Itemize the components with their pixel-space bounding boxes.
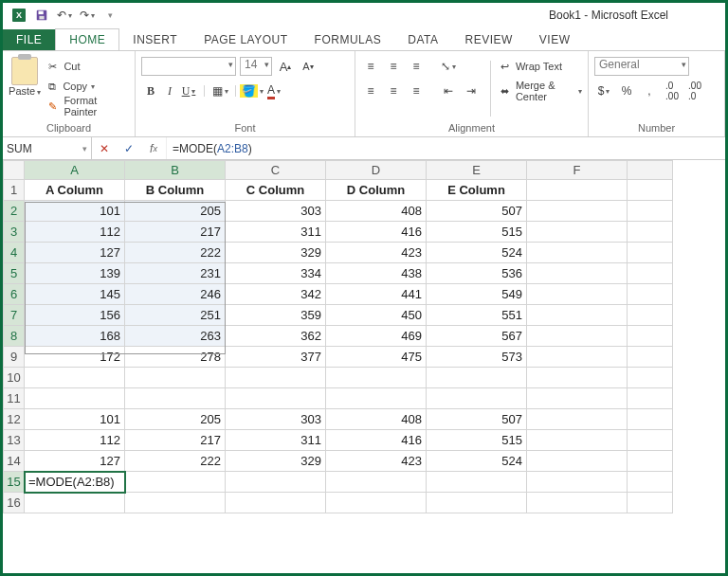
rowhead[interactable]: 16 <box>4 493 25 513</box>
cell[interactable]: 112 <box>25 430 125 451</box>
format-painter-button[interactable]: ✎ Format Painter <box>48 97 129 116</box>
cell[interactable] <box>527 180 628 201</box>
cancel-icon[interactable]: ✕ <box>92 142 117 155</box>
cell[interactable] <box>125 493 226 513</box>
number-format-combo[interactable]: General <box>594 57 689 76</box>
cell[interactable] <box>527 388 628 409</box>
rowhead[interactable]: 1 <box>4 180 25 201</box>
merge-center-button[interactable]: ⬌ Merge & Center <box>500 81 582 100</box>
cell[interactable]: 342 <box>226 284 326 305</box>
cell[interactable] <box>527 305 628 326</box>
orientation-icon[interactable]: ⤡ <box>439 57 458 76</box>
cell[interactable]: 507 <box>427 201 527 222</box>
cell[interactable]: 156 <box>25 305 125 326</box>
cell[interactable]: 362 <box>226 326 326 347</box>
bold-button[interactable]: B <box>141 81 160 100</box>
cell[interactable] <box>527 472 628 493</box>
cell[interactable]: 573 <box>427 347 527 368</box>
cell[interactable]: 515 <box>427 430 527 451</box>
align-middle-icon[interactable]: ≡ <box>384 57 403 76</box>
select-all-corner[interactable] <box>4 161 25 180</box>
border-icon[interactable]: ▦ <box>210 81 229 100</box>
cell[interactable]: 515 <box>427 222 527 243</box>
rowhead[interactable]: 8 <box>4 326 25 347</box>
cell[interactable]: E Column <box>427 180 527 201</box>
fx-icon[interactable]: fx <box>141 142 166 155</box>
cell[interactable] <box>628 284 673 305</box>
cell[interactable]: 217 <box>125 222 226 243</box>
copy-button[interactable]: ⧉ Copy <box>48 77 129 96</box>
cell[interactable] <box>628 388 673 409</box>
colhead-G[interactable] <box>628 161 673 180</box>
cell[interactable]: 172 <box>25 347 125 368</box>
cell[interactable]: 222 <box>125 243 226 263</box>
cell[interactable] <box>125 368 226 388</box>
grid-area[interactable]: A B C D E F 1A ColumnB ColumnC ColumnD C… <box>3 160 725 573</box>
cell[interactable] <box>25 493 125 513</box>
cell[interactable] <box>628 201 673 222</box>
cell[interactable] <box>25 388 125 409</box>
cell[interactable]: 441 <box>326 284 427 305</box>
font-color-icon[interactable]: A <box>264 81 283 100</box>
cell[interactable]: 549 <box>427 284 527 305</box>
rowhead[interactable]: 14 <box>4 451 25 472</box>
cell[interactable] <box>527 451 628 472</box>
cell[interactable]: 567 <box>427 326 527 347</box>
rowhead[interactable]: 3 <box>4 222 25 243</box>
wrap-text-button[interactable]: ↩ Wrap Text <box>500 57 582 76</box>
cell[interactable]: 524 <box>427 451 527 472</box>
rowhead[interactable]: 11 <box>4 388 25 409</box>
cell[interactable]: 423 <box>326 243 427 263</box>
cell[interactable] <box>527 243 628 263</box>
rowhead[interactable]: 6 <box>4 284 25 305</box>
rowhead[interactable]: 4 <box>4 243 25 263</box>
cell[interactable] <box>326 493 427 513</box>
rowhead[interactable]: 2 <box>4 201 25 222</box>
tab-data[interactable]: DATA <box>394 29 451 50</box>
cell[interactable] <box>527 430 628 451</box>
percent-icon[interactable]: % <box>617 81 636 100</box>
colhead-E[interactable]: E <box>427 161 527 180</box>
cell[interactable]: 222 <box>125 451 226 472</box>
cell[interactable]: 303 <box>226 409 326 430</box>
cell[interactable]: =MODE(A2:B8) <box>25 472 125 493</box>
cell[interactable] <box>628 222 673 243</box>
cell[interactable] <box>527 347 628 368</box>
increase-font-icon[interactable]: A▴ <box>276 57 295 76</box>
cell[interactable] <box>226 388 326 409</box>
undo-icon[interactable]: ↶ <box>54 5 75 26</box>
rowhead[interactable]: 15 <box>4 472 25 493</box>
increase-indent-icon[interactable]: ⇥ <box>462 81 481 100</box>
cell[interactable]: 438 <box>326 263 427 284</box>
cell[interactable]: 112 <box>25 222 125 243</box>
cell[interactable]: 263 <box>125 326 226 347</box>
italic-button[interactable]: I <box>160 81 179 100</box>
cell[interactable]: 311 <box>226 222 326 243</box>
cell[interactable] <box>628 326 673 347</box>
cell[interactable]: 127 <box>25 451 125 472</box>
cell[interactable]: 311 <box>226 430 326 451</box>
rowhead[interactable]: 9 <box>4 347 25 368</box>
cell[interactable]: 205 <box>125 201 226 222</box>
cell[interactable]: 217 <box>125 430 226 451</box>
font-name-combo[interactable] <box>141 57 236 76</box>
cell[interactable] <box>628 472 673 493</box>
cell[interactable] <box>326 472 427 493</box>
colhead-F[interactable]: F <box>527 161 628 180</box>
cell[interactable]: 231 <box>125 263 226 284</box>
cell[interactable]: 278 <box>125 347 226 368</box>
cell[interactable] <box>226 472 326 493</box>
cell[interactable] <box>326 388 427 409</box>
underline-button[interactable]: U <box>179 81 198 100</box>
cell[interactable]: A Column <box>25 180 125 201</box>
colhead-D[interactable]: D <box>326 161 427 180</box>
enter-icon[interactable]: ✓ <box>117 142 141 155</box>
tab-formulas[interactable]: FORMULAS <box>301 29 395 50</box>
cell[interactable] <box>427 472 527 493</box>
cell[interactable] <box>527 409 628 430</box>
cell[interactable]: 334 <box>226 263 326 284</box>
cell[interactable]: 423 <box>326 451 427 472</box>
cell[interactable]: B Column <box>125 180 226 201</box>
cell[interactable] <box>527 201 628 222</box>
formula-input[interactable]: =MODE(A2:B8) <box>167 137 725 159</box>
